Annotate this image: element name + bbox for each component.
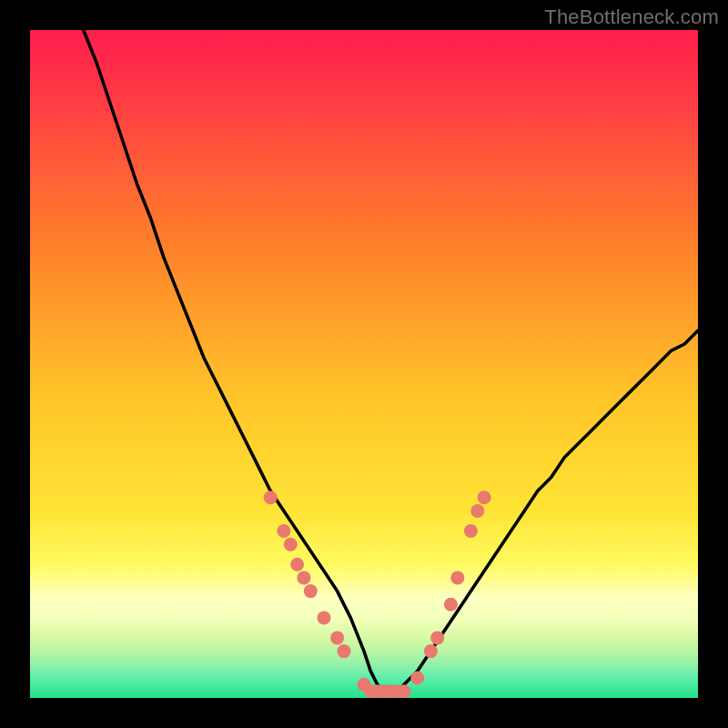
data-marker — [444, 598, 458, 612]
chart-stage: TheBottleneck.com — [0, 0, 728, 728]
data-marker — [464, 524, 478, 538]
gradient-background — [30, 30, 698, 698]
data-marker — [398, 684, 411, 698]
data-marker — [470, 504, 484, 518]
data-marker — [424, 644, 438, 658]
plot-area — [30, 30, 698, 698]
data-marker — [264, 490, 278, 504]
data-marker — [450, 571, 464, 584]
data-marker — [304, 584, 318, 598]
data-marker — [410, 672, 424, 685]
data-marker — [277, 524, 290, 538]
data-marker — [430, 631, 444, 644]
data-marker — [284, 538, 298, 551]
data-marker — [290, 558, 304, 571]
data-marker — [478, 490, 491, 504]
data-marker — [318, 611, 331, 624]
plot-svg — [30, 30, 698, 698]
data-marker — [297, 571, 310, 584]
data-marker — [330, 631, 344, 644]
watermark-text: TheBottleneck.com — [544, 5, 719, 29]
data-marker — [338, 644, 351, 658]
